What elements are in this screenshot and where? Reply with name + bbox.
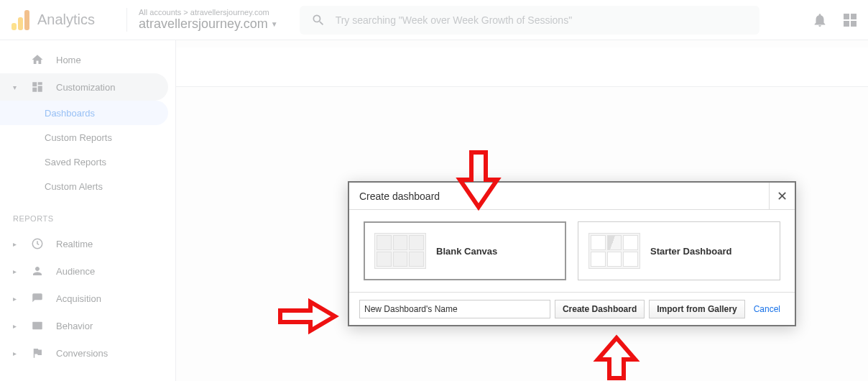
import-gallery-button[interactable]: Import from Gallery <box>649 300 744 318</box>
dialog-title: Create dashboard <box>359 190 440 202</box>
blank-canvas-thumb-icon <box>374 233 426 269</box>
template-starter-dashboard[interactable]: Starter Dashboard <box>578 221 780 280</box>
create-dashboard-dialog: Create dashboard ✕ Blank Canvas Starter … <box>348 181 796 326</box>
dialog-body: Blank Canvas Starter Dashboard <box>349 210 795 292</box>
template-starter-label: Starter Dashboard <box>650 246 731 257</box>
create-dashboard-button[interactable]: Create Dashboard <box>555 300 645 318</box>
template-blank-label: Blank Canvas <box>436 246 497 257</box>
close-icon[interactable]: ✕ <box>769 183 795 210</box>
dialog-footer: Create Dashboard Import from Gallery Can… <box>349 292 795 325</box>
dialog-header: Create dashboard ✕ <box>349 183 795 210</box>
template-blank-canvas[interactable]: Blank Canvas <box>364 221 566 280</box>
starter-thumb-icon <box>588 233 640 269</box>
dashboard-name-input[interactable] <box>359 300 550 318</box>
cancel-button[interactable]: Cancel <box>749 304 785 314</box>
